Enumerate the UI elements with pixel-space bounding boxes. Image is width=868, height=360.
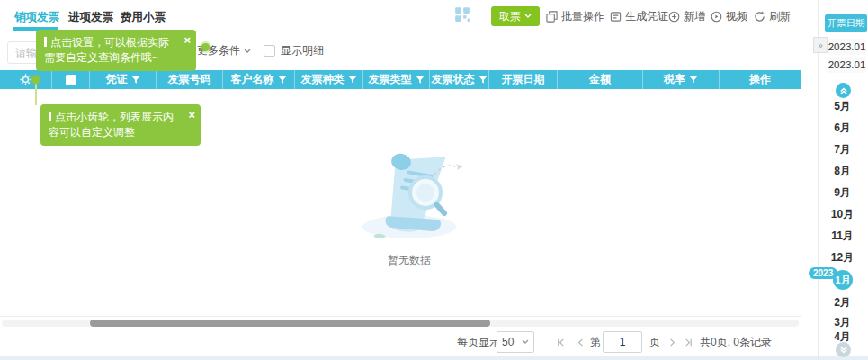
column-label: 客户名称 (231, 72, 274, 87)
last-page-button[interactable] (680, 331, 696, 353)
month-item-oct[interactable]: 10月 (817, 207, 868, 221)
double-chevron-down-icon (839, 346, 848, 355)
last-page-icon (684, 338, 694, 347)
column-label: 凭证 (106, 72, 128, 87)
chevron-down-icon (522, 339, 529, 345)
invoice-date-panel-button[interactable]: 开票日期 (825, 14, 867, 32)
month-item-sep[interactable]: 9月 (817, 185, 868, 200)
empty-state-text: 暂无数据 (319, 253, 499, 268)
video-button[interactable]: 视频 (711, 8, 747, 24)
column-label: 发票号码 (168, 72, 211, 87)
month-item-jul[interactable]: 7月 (817, 142, 868, 157)
tab-expense-receipt[interactable]: 费用小票 (121, 10, 166, 25)
batch-icon (546, 11, 558, 22)
page-number-input[interactable] (603, 331, 642, 353)
month-item-dec[interactable]: 12月 (817, 250, 868, 265)
column-label: 发票类型 (369, 72, 412, 87)
per-page-label: 每页显示 (457, 331, 500, 353)
qr-scan-icon[interactable] (454, 6, 470, 22)
per-page-value: 50 (502, 336, 514, 348)
filter-icon[interactable] (479, 76, 488, 85)
generate-voucher-button[interactable]: 生成凭证 (610, 8, 668, 24)
first-page-icon (556, 338, 566, 347)
refresh-icon (754, 11, 765, 22)
show-detail-toggle[interactable]: 显示明细 (264, 43, 324, 58)
column-label: 发票状态 (432, 72, 475, 87)
close-icon[interactable]: × (183, 34, 191, 46)
per-page-select[interactable]: 50 (497, 331, 534, 353)
bottom-edge-strip (0, 356, 868, 360)
video-label: 视频 (726, 9, 747, 24)
gear-tooltip-text: 点击小齿轮，列表展示内容可以自定义调整 (49, 111, 174, 139)
close-icon[interactable]: × (188, 109, 195, 121)
table-header-row: 凭证 发票号码 客户名称 发票种类 发票类型 发票状态 开票日期 金额 税 (0, 70, 801, 89)
column-label: 金额 (589, 72, 611, 87)
table-bottom-divider (0, 316, 801, 317)
tab-purchase-invoice[interactable]: 进项发票 (68, 10, 113, 25)
prev-page-button[interactable] (572, 331, 588, 353)
column-header-customer-name[interactable]: 客户名称 (223, 70, 295, 89)
batch-operations-button[interactable]: 批量操作 (546, 8, 604, 24)
page-prefix-label: 第 (590, 331, 601, 353)
filter-icon[interactable] (348, 76, 357, 85)
page-suffix-label: 页 (649, 331, 660, 353)
chevron-down-icon (244, 49, 251, 54)
column-header-invoice-kind[interactable]: 发票种类 (295, 70, 363, 89)
column-header-invoice-status[interactable]: 发票状态 (430, 70, 489, 89)
month-item-aug[interactable]: 8月 (817, 164, 868, 178)
column-label: 发票种类 (301, 72, 345, 87)
column-header-invoice-date[interactable]: 开票日期 (489, 70, 558, 89)
show-detail-checkbox[interactable] (264, 45, 275, 57)
tooltip-accent-bar (44, 37, 47, 47)
month-item-jun[interactable]: 6月 (817, 121, 868, 135)
filter-icon[interactable] (416, 76, 425, 85)
column-header-tax-rate[interactable]: 税率 (643, 70, 720, 89)
tab-sales-invoice[interactable]: 销项发票 (14, 10, 59, 25)
scroll-months-down-button[interactable] (836, 342, 851, 357)
column-label: 操作 (749, 72, 771, 87)
date-end-value[interactable]: 2023.01 (828, 57, 866, 73)
scroll-months-up-button[interactable] (836, 83, 851, 98)
month-item-may[interactable]: 5月 (817, 99, 868, 113)
column-label: 税率 (664, 72, 685, 87)
column-header-amount[interactable]: 金额 (558, 70, 643, 89)
date-start-value[interactable]: 2023.01 (828, 39, 866, 55)
next-page-button[interactable] (664, 331, 680, 353)
month-item-mar[interactable]: 3月 (817, 315, 868, 329)
column-header-invoice-number[interactable]: 发票号码 (157, 70, 223, 89)
circle-plus-icon (668, 11, 680, 22)
settings-tooltip: 点击设置，可以根据实际需要自定义查询条件哦~ × (36, 30, 196, 71)
refresh-button[interactable]: 刷新 (754, 8, 791, 24)
get-ticket-label: 取票 (499, 9, 521, 24)
collapse-panel-button[interactable]: » (813, 37, 828, 53)
invoice-app-window: 销项发票 进项发票 费用小票 取票 批量操作 生成凭证 新增 视频 刷新 更多条… (0, 0, 868, 360)
more-conditions-anchor-dot (201, 43, 210, 51)
tooltip-accent-bar (49, 112, 51, 122)
double-chevron-up-icon (839, 86, 848, 95)
filter-icon[interactable] (278, 76, 287, 85)
horizontal-scrollbar-thumb[interactable] (90, 320, 490, 327)
gear-icon[interactable] (20, 74, 31, 86)
year-badge: 2023 (809, 267, 837, 279)
filter-icon[interactable] (689, 76, 698, 85)
play-circle-icon (711, 11, 722, 22)
column-header-invoice-type[interactable]: 发票类型 (363, 70, 430, 89)
month-item-feb[interactable]: 2月 (817, 295, 868, 310)
add-new-button[interactable]: 新增 (668, 8, 705, 24)
first-page-button[interactable] (552, 331, 568, 353)
column-header-actions[interactable]: 操作 (720, 70, 801, 89)
filter-icon[interactable] (131, 76, 140, 85)
get-ticket-button[interactable]: 取票 (491, 6, 540, 26)
pagination-summary: 共0页, 0条记录 (700, 331, 772, 353)
select-all-checkbox[interactable] (66, 75, 76, 86)
batch-operations-label: 批量操作 (561, 9, 604, 24)
show-detail-label: 显示明细 (281, 43, 324, 58)
month-item-nov[interactable]: 11月 (817, 229, 868, 243)
column-header-voucher[interactable]: 凭证 (90, 70, 157, 89)
voucher-icon (610, 11, 622, 22)
column-settings-cell (0, 70, 52, 89)
generate-voucher-label: 生成凭证 (625, 9, 668, 24)
refresh-label: 刷新 (769, 9, 791, 24)
gear-tooltip: 点击小齿轮，列表展示内容可以自定义调整 × (40, 104, 201, 146)
gear-anchor-dot (31, 76, 40, 84)
